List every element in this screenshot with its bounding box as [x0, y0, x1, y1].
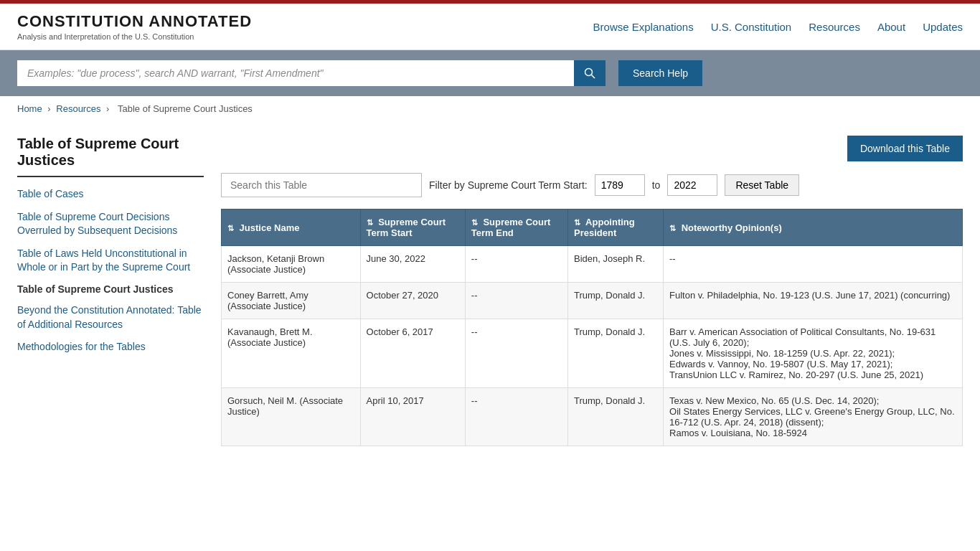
cell-termEnd: --	[465, 283, 567, 319]
table-container[interactable]: ⇅ Justice Name ⇅ Supreme Court Term Star…	[221, 209, 963, 446]
cell-termStart: October 27, 2020	[360, 283, 465, 319]
justices-table: ⇅ Justice Name ⇅ Supreme Court Term Star…	[221, 209, 963, 446]
cell-name: Gorsuch, Neil M. (Associate Justice)	[222, 388, 361, 446]
cell-opinions: --	[664, 246, 963, 283]
sidebar-item-methodologies: Methodologies for the Tables	[17, 340, 204, 354]
filter-to-label: to	[652, 179, 661, 191]
sidebar-link-additional[interactable]: Beyond the Constitution Annotated: Table…	[17, 304, 202, 330]
sort-arrows-president: ⇅	[574, 218, 580, 227]
table-row: Coney Barrett, Amy (Associate Justice)Oc…	[222, 283, 963, 319]
sort-arrows-start: ⇅	[367, 218, 373, 227]
table-body: Jackson, Ketanji Brown (Associate Justic…	[222, 246, 963, 446]
sort-arrows-opinions: ⇅	[669, 224, 676, 233]
table-row: Gorsuch, Neil M. (Associate Justice)Apri…	[222, 388, 963, 446]
filter-to-year[interactable]: 2022	[667, 174, 717, 196]
sidebar-divider	[17, 176, 204, 177]
nav-about[interactable]: About	[877, 21, 905, 33]
table-row: Jackson, Ketanji Brown (Associate Justic…	[222, 246, 963, 283]
table-header-row: Download this Table	[221, 136, 963, 161]
col-president[interactable]: ⇅ Appointing President	[567, 209, 663, 246]
svg-line-1	[592, 75, 595, 79]
nav-resources[interactable]: Resources	[809, 21, 860, 33]
filter-label: Filter by Supreme Court Term Start:	[429, 179, 588, 191]
logo-subtitle: Analysis and Interpretation of the U.S. …	[17, 32, 252, 41]
breadcrumb-resources[interactable]: Resources	[56, 103, 100, 114]
main-content: Table of Supreme Court Justices Table of…	[0, 121, 980, 463]
nav-us-constitution[interactable]: U.S. Constitution	[711, 21, 792, 33]
table-area: Download this Table Filter by Supreme Co…	[221, 121, 963, 446]
cell-termStart: April 10, 2017	[360, 388, 465, 446]
search-help-button[interactable]: Search Help	[618, 60, 702, 86]
table-row: Kavanaugh, Brett M. (Associate Justice)O…	[222, 319, 963, 388]
sidebar-link-laws[interactable]: Table of Laws Held Unconstitutional in W…	[17, 248, 190, 273]
main-nav: Browse Explanations U.S. Constitution Re…	[593, 21, 963, 33]
sort-arrows-name: ⇅	[227, 224, 234, 233]
logo-constitution: CONSTITUTION ANNOTATED	[17, 12, 252, 30]
nav-browse-explanations[interactable]: Browse Explanations	[593, 21, 694, 33]
sidebar: Table of Supreme Court Justices Table of…	[17, 121, 204, 446]
nav-updates[interactable]: Updates	[923, 21, 963, 33]
sidebar-title: Table of Supreme Court Justices	[17, 136, 204, 169]
header: CONSTITUTION ANNOTATED Analysis and Inte…	[0, 4, 980, 50]
reset-button[interactable]: Reset Table	[725, 174, 799, 196]
table-header-row: ⇅ Justice Name ⇅ Supreme Court Term Star…	[222, 209, 963, 246]
cell-opinions: Fulton v. Philadelphia, No. 19-123 (U.S.…	[664, 283, 963, 319]
sidebar-item-justices: Table of Supreme Court Justices	[17, 283, 204, 295]
cell-termEnd: --	[465, 319, 567, 388]
sidebar-item-additional: Beyond the Constitution Annotated: Table…	[17, 303, 204, 331]
sort-arrows-end: ⇅	[471, 218, 478, 227]
col-term-end[interactable]: ⇅ Supreme Court Term End	[465, 209, 567, 246]
cell-name: Coney Barrett, Amy (Associate Justice)	[222, 283, 361, 319]
sidebar-item-cases: Table of Cases	[17, 187, 204, 202]
breadcrumb-current: Table of Supreme Court Justices	[118, 103, 253, 114]
cell-president: Trump, Donald J.	[567, 283, 663, 319]
cell-termStart: June 30, 2022	[360, 246, 465, 283]
col-justice-name[interactable]: ⇅ Justice Name	[222, 209, 361, 246]
col-opinions[interactable]: ⇅ Noteworthy Opinion(s)	[664, 209, 963, 246]
filter-from-year[interactable]: 1789	[595, 174, 645, 196]
cell-termEnd: --	[465, 246, 567, 283]
sidebar-link-methodologies[interactable]: Methodologies for the Tables	[17, 341, 146, 352]
cell-name: Kavanaugh, Brett M. (Associate Justice)	[222, 319, 361, 388]
cell-termStart: October 6, 2017	[360, 319, 465, 388]
breadcrumb: Home › Resources › Table of Supreme Cour…	[0, 96, 980, 121]
cell-name: Jackson, Ketanji Brown (Associate Justic…	[222, 246, 361, 283]
svg-point-0	[585, 69, 593, 76]
search-icon	[584, 67, 595, 79]
download-button[interactable]: Download this Table	[847, 136, 963, 161]
cell-opinions: Barr v. American Association of Politica…	[664, 319, 963, 388]
search-bar: Search Help	[0, 50, 980, 96]
search-button[interactable]	[574, 60, 606, 86]
logo-area: CONSTITUTION ANNOTATED Analysis and Inte…	[17, 12, 252, 41]
sidebar-link-cases[interactable]: Table of Cases	[17, 188, 84, 199]
search-input[interactable]	[17, 60, 574, 86]
cell-president: Biden, Joseph R.	[567, 246, 663, 283]
sidebar-item-laws: Table of Laws Held Unconstitutional in W…	[17, 247, 204, 275]
cell-president: Trump, Donald J.	[567, 388, 663, 446]
sidebar-links: Table of Cases Table of Supreme Court De…	[17, 187, 204, 354]
search-table-input[interactable]	[221, 173, 422, 197]
cell-president: Trump, Donald J.	[567, 319, 663, 388]
filter-row: Filter by Supreme Court Term Start: 1789…	[221, 173, 963, 197]
cell-termEnd: --	[465, 388, 567, 446]
breadcrumb-sep2: ›	[106, 103, 112, 114]
cell-opinions: Texas v. New Mexico, No. 65 (U.S. Dec. 1…	[664, 388, 963, 446]
sidebar-item-decisions: Table of Supreme Court Decisions Overrul…	[17, 210, 204, 238]
breadcrumb-home[interactable]: Home	[17, 103, 42, 114]
breadcrumb-sep1: ›	[47, 103, 50, 114]
logo-title: CONSTITUTION ANNOTATED	[17, 12, 252, 31]
search-input-wrapper	[17, 60, 606, 86]
table-head: ⇅ Justice Name ⇅ Supreme Court Term Star…	[222, 209, 963, 246]
sidebar-link-decisions[interactable]: Table of Supreme Court Decisions Overrul…	[17, 211, 177, 237]
col-term-start[interactable]: ⇅ Supreme Court Term Start	[360, 209, 465, 246]
